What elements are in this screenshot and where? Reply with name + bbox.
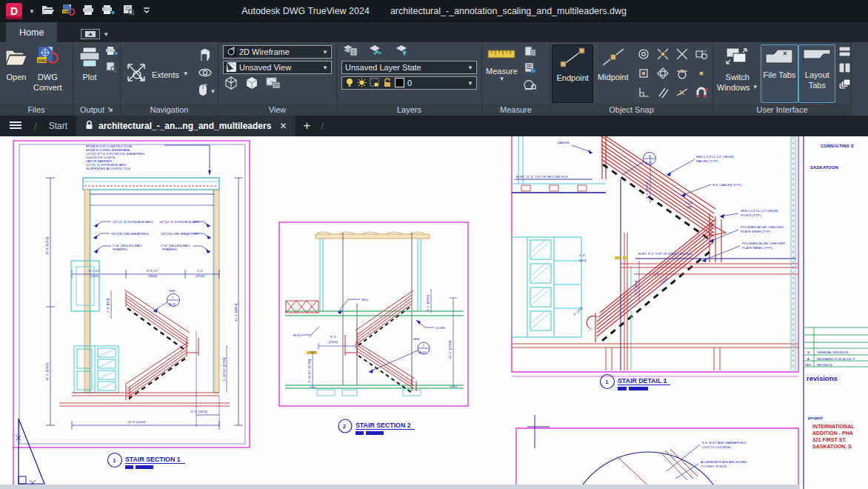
sheet-stair-detail-1: ELEV. 11'-4" TOP OF SECOND FLR. (512, 136, 798, 390)
ribbon-tab-row: Home ▼ (0, 22, 868, 42)
open-folder-icon (4, 46, 29, 71)
visual-style-combo[interactable]: 2D Wireframe ▼ (223, 45, 332, 59)
svg-text:PLATE RISER (TYP.): PLATE RISER (TYP.) (741, 230, 771, 233)
osnap-geometric-center-icon[interactable] (653, 64, 672, 83)
svg-text:FRAMING: FRAMING (162, 247, 177, 251)
svg-text:1'-0": 1'-0" (579, 253, 586, 257)
cascade-windows-icon[interactable] (838, 79, 851, 93)
dwg-convert-icon[interactable]: DWG (61, 4, 75, 19)
new-tab-icon[interactable]: + (296, 119, 318, 133)
osnap-tangent-icon[interactable] (672, 64, 692, 83)
mouse-icon[interactable] (198, 84, 208, 99)
layer-state-combo[interactable]: Unsaved Layer State ▼ (341, 61, 477, 74)
svg-text:5'-10 1/2" [1791]: 5'-10 1/2" [1791] (307, 359, 311, 382)
preview-icon[interactable] (122, 4, 136, 19)
layout-tabs-toggle[interactable]: Layout Tabs (798, 44, 835, 103)
layout-tabs-icon (801, 47, 832, 69)
drawing-canvas[interactable]: EPDM ROOF CONSTRUCTION: EPDM ROOFING MEM… (0, 136, 868, 489)
zoom-extents-button[interactable]: Extents ▼ (122, 59, 191, 89)
pan-hand-icon[interactable] (198, 48, 216, 64)
title-block: CONSULTING E SASKATOON B GENERAL REVISIO… (804, 136, 868, 489)
osnap-node-icon[interactable] (692, 64, 711, 83)
active-file-tab[interactable]: architectural_-_an...ng_and_multileaders… (76, 116, 296, 136)
svg-text:S.S. CABLES (TYP.): S.S. CABLES (TYP.) (712, 183, 742, 187)
cube-wireframe-icon[interactable] (224, 76, 238, 93)
qat-customize-icon[interactable] (142, 4, 151, 18)
cube-shaded-icon[interactable] (245, 76, 258, 93)
plot-button[interactable]: Plot (75, 44, 104, 103)
svg-text:ELEV. 9'-0" TOP OF STAIR LANDI: ELEV. 9'-0" TOP OF STAIR LANDING (638, 252, 692, 256)
panel-layers: Unsaved Layer State ▼ 0 ▼ Layers (337, 42, 482, 116)
quick-calc-icon[interactable] (524, 79, 536, 93)
osnap-center-icon[interactable] (634, 44, 653, 64)
drawing-viewport[interactable]: EPDM ROOF CONSTRUCTION: EPDM ROOFING MEM… (0, 136, 868, 489)
osnap-endpoint-button[interactable]: Endpoint (552, 44, 593, 103)
switch-windows-button[interactable]: Switch Windows▼ (715, 44, 761, 103)
layer-properties-icon[interactable] (343, 44, 358, 59)
osnap-perpendicular-icon[interactable] (634, 83, 653, 102)
list-icon[interactable] (524, 62, 536, 76)
batch-plot-icon[interactable] (101, 4, 116, 19)
batch-plot-small-icon[interactable] (105, 46, 118, 59)
preview-small-icon[interactable] (105, 61, 118, 76)
named-views-manager-icon[interactable] (266, 76, 281, 93)
named-view-combo[interactable]: Unsaved View ▼ (223, 61, 332, 74)
panel-label-navigation: Navigation (121, 103, 218, 116)
panel-label-files: Files (0, 103, 73, 116)
bottom-strip (0, 485, 800, 489)
svg-text:A-05: A-05 (645, 161, 652, 164)
osnap-parallel-icon[interactable] (653, 83, 672, 102)
sheet-partial-detail: S.S. BOLT AND WASHER NUT (OUT TO OUTSIDE… (516, 415, 798, 489)
svg-text:[305]: [305] (579, 259, 587, 262)
osnap-apparent-intersection-icon[interactable] (672, 44, 692, 64)
svg-text:revisions: revisions (807, 374, 838, 382)
layer-on-off-icon[interactable] (395, 44, 411, 59)
svg-text:B: B (807, 350, 809, 354)
osnap-extension-icon[interactable] (692, 44, 711, 64)
sheet-stair-section-1: EPDM ROOF CONSTRUCTION: EPDM ROOFING MEM… (13, 141, 250, 469)
tile-horizontally-icon[interactable] (838, 46, 851, 60)
svg-text:STAIR DETAIL 1: STAIR DETAIL 1 (618, 377, 667, 385)
app-menu-caret-icon[interactable]: ▼ (29, 8, 35, 15)
layer-freeze-all-icon[interactable] (368, 44, 384, 59)
ribbon-display-toggle[interactable]: ▼ (81, 29, 109, 39)
svg-text:ALUMINUM PLATE ANCHORED: ALUMINUM PLATE ANCHORED (701, 460, 747, 464)
svg-text:(OUT TO OUTSIDE): (OUT TO OUTSIDE) (702, 445, 732, 449)
id-point-icon[interactable] (524, 46, 536, 60)
open-icon[interactable] (41, 4, 55, 19)
orbit-icon[interactable] (198, 67, 216, 82)
svg-text:32'-4" [9854]: 32'-4" [9854] (234, 304, 238, 322)
file-tabs-toggle[interactable]: File Tabs (761, 44, 799, 103)
osnap-quadrant-icon[interactable] (634, 64, 653, 83)
app-logo[interactable]: D (6, 3, 22, 19)
osnap-none-icon[interactable] (692, 83, 711, 102)
tile-vertically-icon[interactable] (838, 62, 851, 76)
osnap-midpoint-button[interactable]: Midpoint (593, 44, 632, 103)
panel-user-interface: Switch Windows▼ File Tabs Layout Tabs Us… (713, 42, 852, 116)
file-menu-icon[interactable] (0, 119, 31, 133)
print-icon[interactable] (81, 4, 95, 19)
mouse-caret-icon[interactable]: ▼ (210, 88, 216, 95)
layer-unlock-icon (383, 78, 392, 89)
svg-text:12'-2" [3708]: 12'-2" [3708] (448, 341, 452, 359)
output-dialog-launcher-icon[interactable] (107, 105, 113, 114)
osnap-nearest-icon[interactable] (672, 83, 692, 102)
visual-style-caret-icon: ▼ (322, 49, 328, 56)
svg-text:REVISION: REVISION (817, 363, 832, 367)
dwg-convert-button[interactable]: DWG DWG Convert (31, 44, 64, 103)
panel-label-view: View (218, 103, 336, 116)
layer-combo[interactable]: 0 ▼ (341, 76, 477, 90)
tab-home[interactable]: Home (6, 22, 57, 42)
osnap-intersection-icon[interactable] (653, 44, 672, 64)
svg-text:5'-10 1/2" [1791]: 5'-10 1/2" [1791] (222, 358, 226, 381)
svg-text:3/4"[19] OSB SHEATHING: 3/4"[19] OSB SHEATHING (111, 232, 150, 236)
svg-text:CONN: CONN (435, 326, 445, 330)
svg-text:1/2"[12.7] GYPSUM BOARD: 1/2"[12.7] GYPSUM BOARD (159, 220, 200, 224)
start-tab[interactable]: Start (40, 116, 76, 136)
close-tab-icon[interactable]: ✕ (279, 121, 287, 131)
open-button[interactable]: Open (1, 44, 31, 103)
svg-text:3'-6" [1067]: 3'-6" [1067] (645, 182, 649, 199)
panel-view: 2D Wireframe ▼ Unsaved View ▼ View (218, 42, 337, 116)
svg-text:SEE: SEE (413, 337, 420, 341)
measure-button[interactable]: Measure ▼ (484, 44, 520, 103)
